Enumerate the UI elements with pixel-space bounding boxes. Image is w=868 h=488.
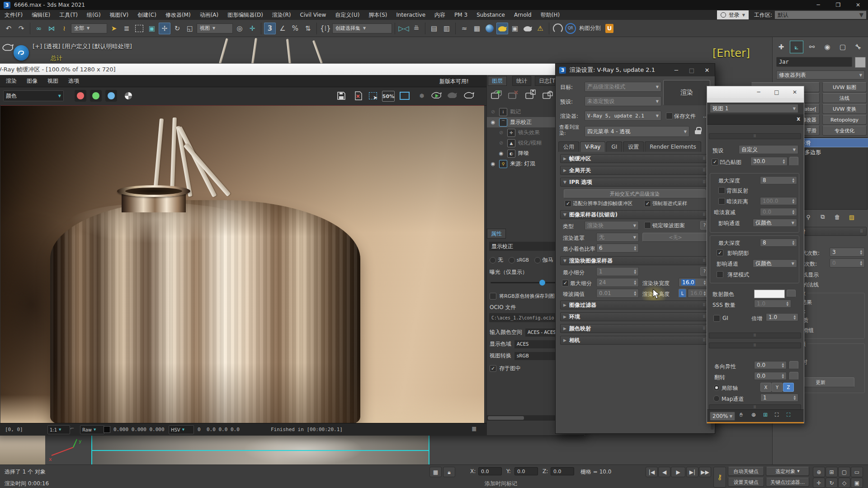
iterations-spinner[interactable]: 3▲▼ bbox=[830, 248, 865, 257]
pan-icon[interactable]: ✋︎ bbox=[740, 412, 743, 418]
vfb-delete-layer-icon[interactable] bbox=[507, 89, 520, 102]
align-icon[interactable]: ≞ bbox=[410, 23, 422, 34]
create-tab-icon[interactable]: ✚ bbox=[774, 41, 788, 53]
render-mask-dropdown[interactable]: 无▼ bbox=[596, 233, 639, 242]
start-ipr-button[interactable]: 开始交互式产品级渲染 bbox=[564, 189, 706, 198]
redo-icon[interactable]: ↷ bbox=[15, 23, 27, 34]
chaos-logo-icon[interactable] bbox=[14, 45, 29, 61]
unlink-icon[interactable]: ⋈ bbox=[46, 23, 57, 34]
eye-icon[interactable]: ◉ bbox=[490, 160, 496, 167]
view-to-render-dropdown[interactable]: 四元菜单 4 - 透视▼ bbox=[585, 126, 689, 137]
undo-icon[interactable]: ↶ bbox=[3, 23, 14, 34]
configure-sets-icon[interactable]: ▨ bbox=[845, 211, 859, 223]
noise-threshold-spinner[interactable]: 0.01▲▼ bbox=[596, 289, 639, 298]
vfb-update-notice[interactable]: 新版本可用! bbox=[439, 78, 469, 85]
close-icon[interactable]: ✕ bbox=[848, 0, 868, 10]
target-dropdown[interactable]: 产品级渲染模式▼ bbox=[585, 82, 661, 92]
save-rgb-checkbox[interactable] bbox=[490, 293, 496, 300]
workspace-dropdown[interactable]: 默认▼ bbox=[775, 11, 866, 19]
composition-split-button[interactable]: 构图分割 bbox=[579, 24, 601, 32]
vfb-tab-stats[interactable]: 统计 bbox=[512, 76, 531, 86]
viewport-shading-label[interactable]: [+] [透视] [用户定义] [默认明暗处理] bbox=[33, 42, 132, 51]
select-scale-icon[interactable]: ◱ bbox=[184, 23, 196, 34]
menu-animation[interactable]: 动画(A) bbox=[195, 11, 223, 19]
dim-falloff-spinner[interactable]: 0.0▲▼ bbox=[760, 208, 797, 216]
curve-editor-icon[interactable]: ≈ bbox=[458, 23, 470, 34]
auto-key-button[interactable]: 自动关键点 bbox=[728, 467, 764, 476]
rollout-color-mapping[interactable]: ▶颜色映射⠿ bbox=[560, 324, 709, 333]
multiplier-spinner[interactable]: 1.0▲▼ bbox=[766, 313, 798, 321]
bind-spacewarp-icon[interactable]: ≀ bbox=[58, 23, 70, 34]
set-key-button[interactable]: 设置关键点 bbox=[728, 478, 764, 487]
zoom-icon[interactable]: ⊕ bbox=[751, 412, 756, 418]
menu-file[interactable]: 文件(F) bbox=[0, 11, 27, 19]
rollout-ipr-options[interactable]: ▼IPR 选项⠿ bbox=[560, 178, 709, 187]
zoom-extents-icon[interactable]: ▢ bbox=[838, 467, 850, 477]
modifier-button-prooptimizer[interactable]: 专业优化 bbox=[822, 126, 867, 136]
object-name-field[interactable]: Jar bbox=[776, 57, 852, 67]
modifier-button-uvw-map[interactable]: UVW 贴图 bbox=[822, 82, 867, 92]
vfb-tab-layers[interactable]: 图层 bbox=[488, 76, 507, 86]
bucket-lock-button[interactable]: L bbox=[679, 289, 686, 298]
rendered-frame-icon[interactable]: ▣ bbox=[509, 23, 521, 34]
tab-settings[interactable]: 设置 bbox=[623, 141, 644, 152]
render-button[interactable]: 渲染 bbox=[663, 80, 710, 105]
ipr-fit-checkbox[interactable]: ✓ bbox=[565, 200, 571, 207]
use-pivot-icon[interactable]: ◎ bbox=[234, 23, 245, 34]
dim-distance-checkbox[interactable] bbox=[718, 198, 725, 205]
render-iterations-spinner[interactable]: 0▲▼ bbox=[830, 258, 865, 267]
vfb-blue-channel-button[interactable] bbox=[105, 90, 117, 102]
slate-tab-close-icon[interactable]: x bbox=[797, 116, 800, 122]
vfb-region-render-icon[interactable]: ➤ bbox=[367, 89, 379, 102]
selection-lock-icon[interactable]: 🔒︎ bbox=[443, 467, 455, 477]
menu-scripting[interactable]: 脚本(S) bbox=[364, 11, 392, 19]
menu-customize[interactable]: 自定义(U) bbox=[330, 11, 364, 19]
max-depth-spinner[interactable]: 8▲▼ bbox=[760, 176, 797, 184]
eye-off-icon[interactable]: ⊘ bbox=[498, 140, 505, 146]
object-color-swatch[interactable] bbox=[855, 57, 866, 68]
select-by-name-icon[interactable]: ≣ bbox=[121, 23, 132, 34]
key-filters-button[interactable]: 关键点过滤器... bbox=[766, 478, 809, 487]
vfb-menu-options[interactable]: 选项 bbox=[68, 77, 79, 85]
bucket-height-spinner[interactable]: 16.0▲▼ bbox=[688, 289, 708, 298]
schematic-view-icon[interactable]: ▦ bbox=[471, 23, 483, 34]
minimize-icon[interactable]: ─ bbox=[750, 89, 768, 95]
rollout-camera[interactable]: ▶相机⠿ bbox=[560, 336, 709, 345]
vfb-ipr-cube-icon[interactable]: ⬢ bbox=[415, 89, 428, 102]
rollout-frame-buffer[interactable]: ▶帧缓冲区⠿ bbox=[560, 154, 709, 163]
axis-z-button[interactable]: Z bbox=[783, 383, 794, 392]
modifier-button-retopology[interactable]: Retopology bbox=[822, 115, 867, 125]
tab-gi[interactable]: GI bbox=[606, 141, 622, 152]
pan-icon[interactable]: ✛ bbox=[813, 478, 825, 488]
vfb-menu-image[interactable]: 图像 bbox=[27, 77, 38, 85]
y-coord-field[interactable]: 0.0 bbox=[514, 467, 538, 475]
local-axis-radio[interactable] bbox=[713, 385, 720, 391]
vfb-menu-render[interactable]: 渲染 bbox=[6, 77, 17, 85]
render-production-icon[interactable] bbox=[522, 23, 533, 34]
affect-channels2-dropdown[interactable]: 仅颜色▼ bbox=[753, 259, 797, 267]
menu-graph-editors[interactable]: 图形编辑器(D) bbox=[223, 11, 268, 19]
bake-checkbox[interactable]: ✓ bbox=[490, 365, 496, 372]
slate-title-bar[interactable]: ─ □ ✕ bbox=[707, 86, 804, 98]
modify-tab-icon[interactable]: ⟀ bbox=[790, 41, 803, 53]
eye-off-icon[interactable]: ⊘ bbox=[498, 129, 505, 136]
bump-map-button[interactable] bbox=[789, 157, 798, 166]
zoom-region-icon[interactable]: ⊞ bbox=[763, 412, 768, 418]
vfb-save-tree-icon[interactable] bbox=[524, 89, 538, 102]
axis-y-button[interactable]: Y bbox=[772, 383, 783, 392]
bump-checkbox[interactable]: ✓ bbox=[712, 159, 718, 165]
maximize-icon[interactable]: ❐ bbox=[828, 0, 848, 10]
set-key-icon[interactable]: ⚷︎ bbox=[713, 467, 726, 488]
ipr-force-checkbox[interactable]: ✓ bbox=[644, 200, 651, 207]
vfb-title-bar[interactable]: V-Ray 帧缓冲区 - [100.0% of 1280 x 720] bbox=[0, 64, 585, 75]
reference-coordinate-dropdown[interactable]: 视图▼ bbox=[197, 23, 233, 33]
angle-snap-icon[interactable]: ∠ bbox=[277, 23, 288, 34]
rotation-spinner[interactable]: 0.0▲▼ bbox=[754, 372, 787, 380]
rollout-image-filter[interactable]: ▶图像过滤器⠿ bbox=[560, 300, 709, 310]
qr-icon[interactable]: QR bbox=[565, 23, 576, 34]
zoom-icon[interactable]: ⊕ bbox=[813, 467, 825, 477]
radio-srgb[interactable] bbox=[509, 257, 515, 263]
max-subdivs-spinner[interactable]: 24▲▼ bbox=[596, 278, 639, 287]
menu-help[interactable]: 帮助(H) bbox=[536, 11, 564, 19]
login-button[interactable]: 登录▼ bbox=[717, 10, 749, 19]
